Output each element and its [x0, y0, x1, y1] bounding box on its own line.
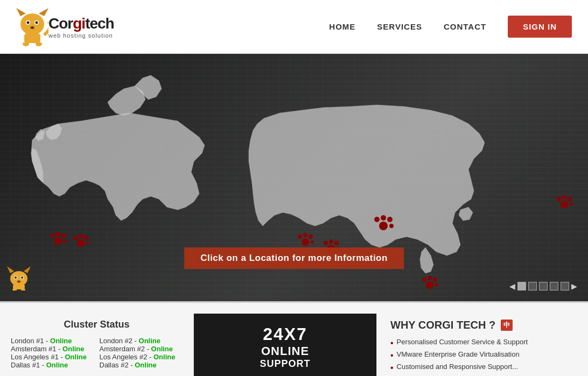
cluster-item-dallas1: Dallas #1 - Online: [11, 361, 94, 369]
svg-point-35: [387, 217, 393, 222]
svg-point-20: [84, 236, 88, 240]
why-item-3: Customised and Responsive Support...: [390, 361, 575, 374]
svg-point-25: [309, 235, 313, 239]
svg-point-19: [79, 234, 83, 238]
svg-point-58: [21, 276, 23, 279]
nav-home[interactable]: HOME: [329, 22, 355, 31]
slider-dot-3[interactable]: [539, 282, 548, 290]
nav-contact[interactable]: CONTACT: [444, 22, 486, 31]
svg-point-8: [31, 26, 34, 29]
cluster-status-title: Cluster Status: [11, 319, 183, 330]
paw-usa-5: [557, 195, 573, 208]
svg-point-39: [428, 276, 432, 280]
cluster-col-1: London #1 - Online Amsterdam #1 - Online…: [11, 337, 94, 369]
slider-dot-5[interactable]: [561, 282, 569, 290]
logo-subtitle: web hosting solution: [48, 32, 114, 39]
svg-point-37: [426, 281, 433, 289]
paw-europe-2: [73, 234, 89, 247]
why-list: Personalised Customer Service & Support …: [390, 337, 575, 374]
cluster-status-la1: Online: [65, 353, 86, 361]
slider-dot-4[interactable]: [550, 282, 558, 290]
header: Corgitech web hosting solution HOME SERV…: [0, 0, 588, 54]
slider-next-arrow[interactable]: ▶: [571, 282, 577, 290]
logo-cor: Cor: [48, 15, 73, 32]
svg-point-44: [562, 195, 566, 200]
why-item-2: VMware Enterprise Grade Virtualisation: [390, 349, 575, 361]
support-banner: 24X7 ONLINE SUPPORT: [194, 314, 377, 376]
svg-point-40: [433, 278, 437, 282]
svg-point-52: [10, 271, 27, 286]
cluster-status-london2: Online: [139, 337, 160, 345]
cluster-status-panel: Cluster Status London #1 - Online Amster…: [0, 314, 194, 376]
svg-point-13: [51, 233, 55, 238]
svg-point-23: [298, 235, 302, 239]
cluster-status-la2: Online: [153, 353, 175, 361]
support-banner-inner: 24X7 ONLINE SUPPORT: [194, 314, 376, 376]
slider-dot-1[interactable]: [517, 282, 526, 290]
why-icon: 中: [501, 320, 513, 331]
cluster-item-amsterdam1: Amsterdam #1 - Online: [11, 345, 94, 353]
svg-point-36: [389, 224, 394, 228]
svg-point-17: [77, 239, 85, 247]
logo-title: Corgitech: [48, 15, 114, 32]
svg-point-18: [73, 236, 78, 240]
cluster-col-2: London #2 - Online Amsterdam #2 - Online…: [100, 337, 183, 369]
svg-point-28: [324, 241, 328, 245]
logo-gi: gi: [73, 15, 85, 32]
cluster-grid: London #1 - Online Amsterdam #1 - Online…: [11, 337, 183, 369]
logo-text-area: Corgitech web hosting solution: [48, 15, 114, 39]
svg-point-15: [61, 233, 66, 238]
why-section: WHY CORGI TECH ? 中 Personalised Customer…: [377, 314, 588, 376]
paw-usa-1: [298, 233, 314, 246]
svg-point-6: [36, 21, 38, 24]
svg-point-32: [379, 222, 388, 230]
svg-rect-9: [24, 33, 40, 43]
svg-point-42: [561, 201, 568, 208]
cluster-item-la1: Los Angeles #1 - Online: [11, 353, 94, 361]
svg-point-12: [54, 237, 62, 245]
svg-marker-1: [16, 8, 26, 16]
why-title: WHY CORGI TECH ? 中: [390, 319, 575, 331]
svg-point-26: [311, 240, 314, 244]
svg-point-43: [557, 197, 561, 201]
svg-point-5: [27, 21, 30, 24]
support-text-label: SUPPORT: [260, 358, 310, 370]
svg-point-11: [36, 42, 42, 46]
cluster-status-dallas2: Online: [135, 361, 156, 369]
svg-point-21: [86, 242, 89, 245]
slider-prev-arrow[interactable]: ◀: [509, 282, 515, 290]
svg-point-14: [56, 232, 60, 236]
bottom-section: Cluster Status London #1 - Online Amster…: [0, 301, 588, 376]
nav-services[interactable]: SERVICES: [377, 22, 422, 31]
svg-point-46: [570, 203, 573, 206]
cluster-item-dallas2: Dallas #2 - Online: [100, 361, 183, 369]
svg-point-34: [381, 215, 386, 221]
cluster-status-amsterdam2: Online: [151, 345, 173, 353]
main-nav: HOME SERVICES CONTACT SIGN IN: [329, 16, 572, 38]
cluster-item-london2: London #2 - Online: [100, 337, 183, 345]
cluster-item-la2: Los Angeles #2 - Online: [100, 353, 183, 361]
support-247-label: 24X7: [263, 324, 307, 344]
svg-point-0: [20, 13, 44, 35]
info-banner: Click on a Location for more Information: [184, 247, 404, 269]
cluster-status-london1: Online: [50, 337, 72, 345]
svg-marker-2: [39, 8, 48, 16]
why-title-text: WHY CORGI TECH ?: [390, 319, 495, 331]
logo-tech: tech: [85, 15, 114, 32]
corgi-mascot: [5, 264, 32, 290]
svg-point-33: [374, 217, 380, 222]
svg-point-41: [435, 283, 438, 287]
cluster-status-amsterdam1: Online: [62, 345, 84, 353]
svg-point-24: [303, 233, 307, 237]
logo-area: Corgitech web hosting solution: [16, 5, 114, 48]
svg-point-30: [334, 241, 339, 245]
svg-point-38: [422, 278, 426, 282]
slider-dot-2[interactable]: [528, 282, 537, 290]
hero-section: Click on a Location for more Information…: [0, 54, 588, 301]
signin-button[interactable]: SIGN IN: [508, 16, 572, 38]
svg-marker-54: [24, 266, 31, 273]
why-item-1: Personalised Customer Service & Support: [390, 337, 575, 349]
paw-usa-4: [422, 276, 438, 289]
cluster-item-london1: London #1 - Online: [11, 337, 94, 345]
svg-point-10: [23, 42, 29, 46]
